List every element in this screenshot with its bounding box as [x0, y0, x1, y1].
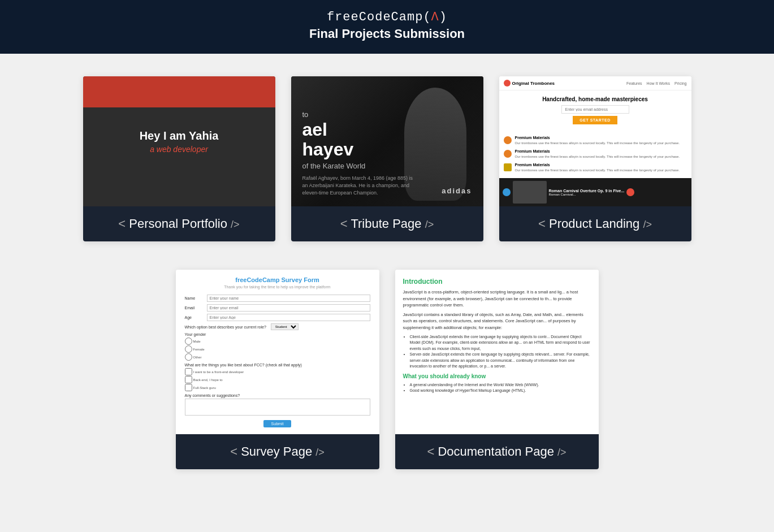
product-nav-links: Features How It Works Pricing	[626, 81, 687, 85]
survey-name-field: Name	[185, 295, 370, 302]
feature-title-3: Premium Materials	[515, 163, 680, 167]
survey-card[interactable]: freeCodeCamp Survey Form Thank you for t…	[176, 270, 379, 469]
feature-icon-2	[504, 150, 512, 158]
survey-checkbox-fullstack: Full-Stack guru	[185, 384, 370, 391]
portfolio-preview: Hey I am Yahia a web developer	[83, 76, 275, 206]
nav-howitworks: How It Works	[647, 81, 671, 85]
flame-icon: Λ	[431, 10, 439, 24]
tribute-desc: Rafaël Aghayev, born March 4, 1986 (age …	[302, 175, 416, 196]
product-hero-heading: Handcrafted, home-made masterpieces	[504, 96, 687, 102]
survey-form-subtitle: Thank you for taking the time to help us…	[185, 285, 370, 289]
survey-age-input[interactable]	[207, 314, 370, 321]
product-nav: Original Trombones Features How It Works…	[499, 76, 691, 90]
portfolio-card[interactable]: Hey I am Yahia a web developer < Persona…	[83, 76, 275, 241]
doc-footer: < Documentation Page />	[395, 434, 599, 469]
survey-cb-fullstack[interactable]	[185, 384, 192, 391]
doc-list2-item1: A general understanding of the Internet …	[410, 382, 591, 388]
tribute-footer: < Tribute Page />	[291, 206, 483, 241]
survey-radio-male[interactable]	[185, 338, 192, 345]
feature-item-1: Premium Materials Our trombones use the …	[504, 136, 687, 146]
doc-list1: Client-side JavaScript extends the core …	[410, 334, 591, 370]
survey-radio-other[interactable]	[185, 353, 192, 361]
tribute-preview: to ael hayev of the Karate World Rafaël …	[291, 76, 483, 206]
survey-cb-backend[interactable]	[185, 376, 192, 383]
survey-textarea-label: Any comments or suggestions?	[185, 393, 370, 397]
feature-text-1: Premium Materials Our trombones use the …	[515, 136, 680, 146]
survey-footer-label: Survey Page	[241, 444, 312, 459]
product-footer-label: Product Landing	[549, 217, 643, 231]
survey-radio-other-label: Other	[193, 356, 202, 359]
doc-list2-item2: Good working knowledge of HyperText Mark…	[410, 388, 591, 393]
doc-para1: JavaScript is a cross-platform, object-o…	[403, 289, 591, 308]
nav-features: Features	[626, 81, 642, 85]
tribute-card[interactable]: to ael hayev of the Karate World Rafaël …	[291, 76, 483, 241]
video-info: Roman Carnival Overture Op. 9 in Five...…	[549, 189, 625, 196]
product-card[interactable]: Original Trombones Features How It Works…	[499, 76, 691, 241]
tribute-bg: to ael hayev of the Karate World Rafaël …	[291, 76, 483, 206]
portfolio-subtitle: a web developer	[140, 145, 219, 154]
page-title: Final Projects Submission	[11, 27, 763, 41]
documentation-card[interactable]: Introduction JavaScript is a cross-platf…	[395, 270, 599, 469]
survey-gender-label: Your gender	[185, 332, 370, 336]
survey-role-row: Which option best describes your current…	[185, 323, 370, 330]
product-logo-icon	[504, 80, 511, 86]
feature-desc-1: Our trombones use the finest brass alloy…	[515, 141, 680, 145]
close-bracket-product: />	[643, 219, 652, 230]
feature-desc-3: Our trombones use the finest brass alloy…	[515, 168, 680, 172]
tribute-name1: ael hayev	[302, 120, 416, 159]
page-header: freeCodeCamp(Λ) Final Projects Submissio…	[0, 0, 774, 54]
survey-email-input[interactable]	[207, 304, 370, 312]
site-logo: freeCodeCamp(Λ)	[11, 10, 763, 24]
survey-name-input[interactable]	[207, 295, 370, 302]
open-bracket-product: <	[538, 217, 546, 231]
portfolio-footer: < Personal Portfolio />	[83, 206, 275, 241]
product-hero: Handcrafted, home-made masterpieces GET …	[499, 90, 691, 133]
survey-gender-other: Other	[185, 353, 370, 361]
open-bracket-doc: <	[427, 444, 434, 459]
survey-cb-backend-label: Back-end, I hope to	[193, 378, 223, 382]
feature-desc-2: Our trombones use the finest brass alloy…	[515, 155, 680, 158]
close-bracket-tribute: />	[425, 219, 434, 230]
survey-checkbox-group: What are the things you like best about …	[185, 363, 370, 391]
bottom-cards-row: freeCodeCamp Survey Form Thank you for t…	[34, 270, 740, 469]
survey-checkbox-backend: Back-end, I hope to	[185, 376, 370, 383]
product-features: Premium Materials Our trombones use the …	[499, 133, 691, 178]
product-nav-logo: Original Trombones	[504, 80, 555, 86]
survey-cb-fullstack-label: Full-Stack guru	[193, 386, 216, 390]
open-bracket-tribute: <	[340, 217, 348, 231]
feature-text-3: Premium Materials Our trombones use the …	[515, 163, 680, 173]
survey-email-field: Email	[185, 304, 370, 312]
doc-intro-title: Introduction	[403, 278, 591, 286]
feature-item-2: Premium Materials Our trombones use the …	[504, 149, 687, 159]
survey-email-label: Email	[185, 306, 205, 310]
tribute-to: to	[302, 110, 416, 119]
feature-title-1: Premium Materials	[515, 136, 680, 140]
close-bracket-doc: />	[557, 447, 567, 458]
survey-radio-female[interactable]	[185, 345, 192, 353]
feature-text-2: Premium Materials Our trombones use the …	[515, 149, 680, 159]
portfolio-text: Hey I am Yahia a web developer	[140, 129, 219, 154]
product-video-area: Roman Carnival Overture Op. 9 in Five...…	[499, 178, 691, 206]
survey-gender-group: Your gender Male Female Other	[185, 332, 370, 361]
portfolio-name: Hey I am Yahia	[140, 129, 219, 142]
survey-age-label: Age	[185, 315, 205, 319]
doc-preview: Introduction JavaScript is a cross-platf…	[395, 270, 599, 434]
survey-form-title: freeCodeCamp Survey Form	[185, 276, 370, 283]
survey-submit-button[interactable]: Submit	[263, 420, 292, 427]
doc-list2: A general understanding of the Internet …	[410, 382, 591, 393]
survey-role-label: Which option best describes your current…	[185, 325, 266, 329]
video-avatar-icon	[503, 188, 511, 196]
open-bracket: <	[118, 217, 126, 231]
survey-textarea[interactable]	[185, 399, 370, 416]
portfolio-header-bar	[83, 76, 275, 107]
survey-gender-male: Male	[185, 338, 370, 345]
doc-footer-label: Documentation Page	[438, 444, 557, 459]
video-title: Roman Carnival Overture Op. 9 in Five...	[549, 189, 625, 193]
doc-subtitle2: What you should already know	[403, 373, 591, 379]
tribute-text-block: to ael hayev of the Karate World Rafaël …	[302, 110, 416, 196]
survey-cb-frontend[interactable]	[185, 368, 192, 375]
feature-icon-3	[504, 163, 512, 171]
product-email-input[interactable]	[561, 105, 629, 114]
survey-role-select[interactable]: Student	[271, 323, 299, 330]
survey-name-label: Name	[185, 296, 205, 300]
